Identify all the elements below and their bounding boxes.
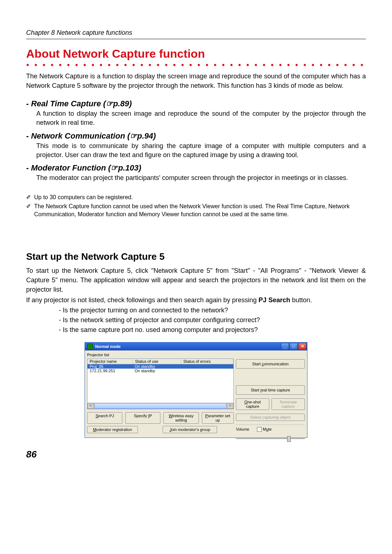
check-item: Is the same capture port no. used among … xyxy=(59,325,366,335)
check-list: Is the projector turning on and connecte… xyxy=(59,305,366,335)
moderator-registration-button[interactable]: Moderator registration xyxy=(87,426,138,433)
text-suffix: button. xyxy=(290,296,312,304)
scroll-right-button[interactable]: > xyxy=(227,403,233,409)
bold-text: PJ Search xyxy=(258,296,290,304)
close-button[interactable]: ✕ xyxy=(298,343,306,350)
startup-paragraph-2: If any projector is not listed, check fo… xyxy=(26,295,366,305)
column-header[interactable]: Projector name xyxy=(87,359,133,364)
terminate-capture-button[interactable]: Terminate capture xyxy=(271,398,305,410)
section-title-startup: Start up the Network Capture 5 xyxy=(26,251,366,262)
note-icon: ✐ xyxy=(26,193,34,201)
scroll-thumb[interactable] xyxy=(94,403,226,409)
join-moderator-button[interactable]: Join moderator's group xyxy=(163,426,217,433)
check-item: Is the network setting of projector and … xyxy=(59,315,366,325)
chapter-header: Chapter 8 Network capture functions xyxy=(26,29,366,39)
oneshot-capture-button[interactable]: One-shot capture xyxy=(236,398,269,410)
label: oin moderator's group xyxy=(171,427,210,432)
table-row[interactable]: Proj_05 On standby xyxy=(87,364,233,369)
search-pj-button[interactable]: Search PJ xyxy=(87,412,122,424)
maximize-button[interactable]: □ xyxy=(290,343,298,350)
horizontal-scrollbar[interactable]: < > xyxy=(87,403,233,409)
check-item: Is the projector turning on and connecte… xyxy=(59,305,366,315)
projector-list[interactable]: Projector name Status of use Status of e… xyxy=(87,358,234,409)
cell-status: On standby xyxy=(132,364,180,369)
document-page: Chapter 8 Network capture functions Abou… xyxy=(0,0,392,475)
label: earch PJ xyxy=(98,414,114,418)
note-text: The Network Capture function cannot be u… xyxy=(34,202,366,219)
note-icon: ✐ xyxy=(26,202,34,219)
column-header[interactable]: Status of use xyxy=(133,359,181,364)
app-icon xyxy=(87,344,93,349)
mode-body-network-comm: This mode is to communicate by sharing t… xyxy=(36,141,366,160)
label: Start xyxy=(252,362,262,366)
wireless-easy-button[interactable]: Wireless easy setting xyxy=(163,412,199,424)
scroll-left-button[interactable]: < xyxy=(87,403,94,409)
parameter-setup-button[interactable]: Parameter set up xyxy=(202,412,234,424)
specify-ip-button[interactable]: Specify IP xyxy=(125,412,160,424)
startup-paragraph-1: To start up the Network Capture 5, click… xyxy=(26,266,366,294)
page-title: About Network Capture function xyxy=(26,47,366,61)
start-communication-button[interactable]: Start communication xyxy=(236,359,305,369)
embedded-screenshot: Normal mode _ □ ✕ Projector list Project… xyxy=(85,342,307,438)
mode-title-network-comm: - Network Communication (☞p.94) xyxy=(26,131,366,141)
cell-name: Proj_05 xyxy=(87,364,132,369)
text-prefix: If any projector is not listed, check fo… xyxy=(26,296,258,304)
label: Specify xyxy=(134,414,148,418)
select-capturing-object-button[interactable]: Select capturing object xyxy=(236,414,305,421)
table-row[interactable]: 172.21.99.251 On standby xyxy=(87,369,233,373)
intro-paragraph: The Network Capture is a function to dis… xyxy=(26,71,366,90)
note-text: Up to 30 computers can be registered. xyxy=(34,193,133,201)
start-realtime-capture-button[interactable]: Start real time capture xyxy=(236,385,305,395)
decorative-dots: ●●●●●●●●●●●●●●●●●●●●●●●●●●●●●●●●●●●●●●●●… xyxy=(26,63,366,66)
volume-label: Volume xyxy=(236,427,254,431)
mode-body-realtime: A function to display the screen image a… xyxy=(36,109,366,127)
list-header-row: Projector name Status of use Status of e… xyxy=(87,359,233,364)
mode-body-moderator: The moderator can project the participan… xyxy=(36,173,366,182)
window-title: Normal mode xyxy=(95,344,281,349)
cell-name: 172.21.99.251 xyxy=(87,369,132,373)
window-titlebar: Normal mode _ □ ✕ xyxy=(85,342,307,350)
projector-list-label: Projector list xyxy=(87,353,234,357)
footnotes: ✐ Up to 30 computers can be registered. … xyxy=(26,193,366,218)
label: ne-shot capture xyxy=(246,400,261,409)
minimize-button[interactable]: _ xyxy=(281,343,289,350)
mode-title-moderator: - Moderator Function (☞p.103) xyxy=(26,163,366,173)
label: oderator registration xyxy=(96,427,132,432)
label: Start xyxy=(251,388,260,392)
cell-errors xyxy=(180,364,233,369)
mute-label: Mute xyxy=(263,427,271,431)
cell-errors xyxy=(180,369,233,373)
slider-thumb[interactable] xyxy=(287,436,291,442)
label: ireless easy setting xyxy=(172,414,193,422)
mode-title-realtime: - Real Time Capture (☞p.89) xyxy=(26,99,366,108)
label: arameter set up xyxy=(208,414,230,422)
cell-status: On standby xyxy=(132,369,180,373)
column-header[interactable]: Status of errors xyxy=(181,359,233,364)
page-number: 86 xyxy=(26,449,366,460)
mute-checkbox[interactable] xyxy=(257,427,262,432)
